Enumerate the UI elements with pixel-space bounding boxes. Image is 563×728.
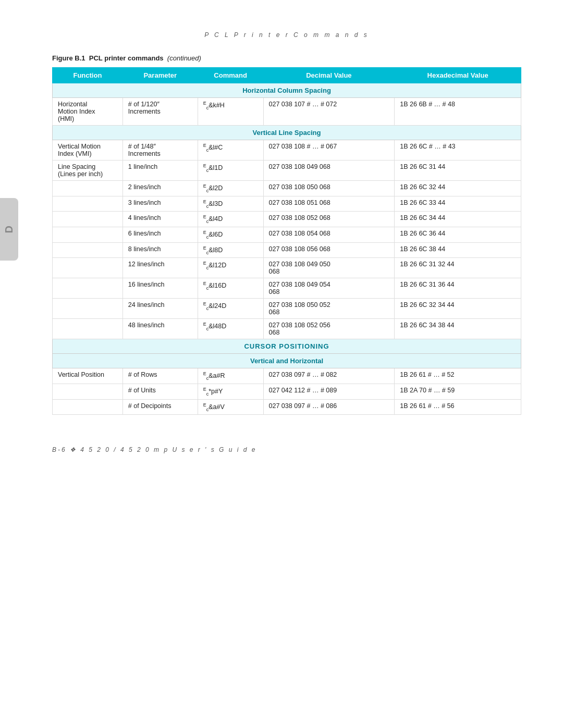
cell-parameter: # of 1/48″Increments xyxy=(123,140,198,161)
section-row-horizontal: Horizontal Column Spacing xyxy=(53,83,521,98)
cell-hex: 1B 26 6C # … # 43 xyxy=(395,140,521,161)
cell-function xyxy=(53,181,123,196)
col-header-command: Command xyxy=(198,68,263,83)
figure-title: Figure B.1 PCL printer commands (continu… xyxy=(52,54,521,62)
page-container: D P C L P r i n t e r C o m m a n d s Fi… xyxy=(0,0,563,495)
table-row: 2 lines/inch Ec&l2D 027 038 108 050 068 … xyxy=(53,181,521,196)
cell-hex: 1B 26 6C 38 44 xyxy=(395,242,521,258)
cell-command: Ec&l#C xyxy=(198,140,263,161)
cell-function xyxy=(53,212,123,227)
col-header-parameter: Parameter xyxy=(123,68,198,83)
cell-function xyxy=(53,319,123,339)
cell-hex: 1B 26 6C 31 32 44 xyxy=(395,258,521,278)
cell-parameter: 8 lines/inch xyxy=(123,242,198,258)
cell-parameter: 1 line/inch xyxy=(123,161,198,181)
cell-command: Ec*p#Y xyxy=(198,384,263,399)
col-header-hex: Hexadecimal Value xyxy=(395,68,521,83)
cell-command: Ec&k#H xyxy=(198,98,263,126)
cell-decimal: 027 038 108 050 052068 xyxy=(263,299,395,319)
cell-function: Vertical Position xyxy=(53,368,123,384)
table-row: Line Spacing(Lines per inch) 1 line/inch… xyxy=(53,161,521,181)
cell-decimal: 027 038 097 # … # 082 xyxy=(263,368,395,384)
cell-decimal: 027 038 097 # … # 086 xyxy=(263,399,395,415)
figure-label: Figure B.1 xyxy=(52,54,85,62)
cell-parameter: # of Units xyxy=(123,384,198,399)
cell-function xyxy=(53,384,123,399)
cell-decimal: 027 042 112 # … # 089 xyxy=(263,384,395,399)
cell-function: Vertical MotionIndex (VMI) xyxy=(53,140,123,161)
footer-text: B-6 ❖ 4 5 2 0 / 4 5 2 0 m p U s e r ' s … xyxy=(52,446,256,453)
table-row: Vertical MotionIndex (VMI) # of 1/48″Inc… xyxy=(53,140,521,161)
cell-parameter: 3 lines/inch xyxy=(123,196,198,212)
cell-hex: 1B 26 6C 31 36 44 xyxy=(395,278,521,299)
cell-function xyxy=(53,227,123,242)
section-row-vertical: Vertical Line Spacing xyxy=(53,126,521,140)
cell-parameter: 24 lines/inch xyxy=(123,299,198,319)
cell-hex: 1B 26 6C 32 34 44 xyxy=(395,299,521,319)
main-table: Function Parameter Command Decimal Value… xyxy=(52,67,521,415)
table-header-row: Function Parameter Command Decimal Value… xyxy=(53,68,521,83)
cell-parameter: 12 lines/inch xyxy=(123,258,198,278)
cell-function: HorizontalMotion Index(HMI) xyxy=(53,98,123,126)
table-row: 24 lines/inch Ec&l24D 027 038 108 050 05… xyxy=(53,299,521,319)
side-tab-letter: D xyxy=(3,226,15,233)
cell-command: Ec&l2D xyxy=(198,181,263,196)
cell-parameter: 4 lines/inch xyxy=(123,212,198,227)
table-row: 48 lines/inch Ec&l48D 027 038 108 052 05… xyxy=(53,319,521,339)
section-title-vertical: Vertical Line Spacing xyxy=(53,126,521,140)
table-row: 3 lines/inch Ec&l3D 027 038 108 051 068 … xyxy=(53,196,521,212)
cell-decimal: 027 038 107 # … # 072 xyxy=(263,98,395,126)
table-row: 8 lines/inch Ec&l8D 027 038 108 056 068 … xyxy=(53,242,521,258)
cell-function xyxy=(53,196,123,212)
page-header: P C L P r i n t e r C o m m a n d s xyxy=(52,31,521,39)
table-row: Vertical Position # of Rows Ec&a#R 027 0… xyxy=(53,368,521,384)
side-tab: D xyxy=(0,198,18,261)
cell-parameter: 48 lines/inch xyxy=(123,319,198,339)
cell-hex: 1B 26 6C 31 44 xyxy=(395,161,521,181)
cell-decimal: 027 038 108 052 056068 xyxy=(263,319,395,339)
figure-main-title: PCL printer commands xyxy=(89,54,164,62)
cell-function xyxy=(53,299,123,319)
section-row-cursor: CURSOR POSITIONING xyxy=(53,339,521,354)
section-title-horizontal: Horizontal Column Spacing xyxy=(53,83,521,98)
cell-decimal: 027 038 108 # … # 067 xyxy=(263,140,395,161)
table-row: # of Decipoints Ec&a#V 027 038 097 # … #… xyxy=(53,399,521,415)
cell-command: Ec&l24D xyxy=(198,299,263,319)
cell-function: Line Spacing(Lines per inch) xyxy=(53,161,123,181)
cell-hex: 1B 26 61 # … # 56 xyxy=(395,399,521,415)
cell-command: Ec&l8D xyxy=(198,242,263,258)
cell-parameter: # of 1/120″Increments xyxy=(123,98,198,126)
cell-function xyxy=(53,258,123,278)
table-row: # of Units Ec*p#Y 027 042 112 # … # 089 … xyxy=(53,384,521,399)
cell-parameter: 2 lines/inch xyxy=(123,181,198,196)
cell-hex: 1B 26 6C 33 44 xyxy=(395,196,521,212)
cell-decimal: 027 038 108 050 068 xyxy=(263,181,395,196)
cell-decimal: 027 038 108 049 050068 xyxy=(263,258,395,278)
cell-parameter: 6 lines/inch xyxy=(123,227,198,242)
cell-function xyxy=(53,399,123,415)
cell-command: Ec&l1D xyxy=(198,161,263,181)
cell-parameter: 16 lines/inch xyxy=(123,278,198,299)
table-row: 12 lines/inch Ec&l12D 027 038 108 049 05… xyxy=(53,258,521,278)
subsection-title-vertical-horizontal: Vertical and Horizontal xyxy=(53,354,521,368)
cell-hex: 1B 26 6C 32 44 xyxy=(395,181,521,196)
cell-parameter: # of Rows xyxy=(123,368,198,384)
section-title-cursor: CURSOR POSITIONING xyxy=(53,339,521,354)
cell-decimal: 027 038 108 052 068 xyxy=(263,212,395,227)
cell-hex: 1B 26 6C 34 38 44 xyxy=(395,319,521,339)
cell-function xyxy=(53,242,123,258)
cell-hex: 1B 26 61 # … # 52 xyxy=(395,368,521,384)
cell-hex: 1B 26 6B # … # 48 xyxy=(395,98,521,126)
cell-decimal: 027 038 108 056 068 xyxy=(263,242,395,258)
col-header-function: Function xyxy=(53,68,123,83)
cell-command: Ec&l16D xyxy=(198,278,263,299)
cell-parameter: # of Decipoints xyxy=(123,399,198,415)
col-header-decimal: Decimal Value xyxy=(263,68,395,83)
cell-command: Ec&l12D xyxy=(198,258,263,278)
cell-decimal: 027 038 108 051 068 xyxy=(263,196,395,212)
table-row: 6 lines/inch Ec&l6D 027 038 108 054 068 … xyxy=(53,227,521,242)
cell-command: Ec&a#V xyxy=(198,399,263,415)
cell-decimal: 027 038 108 054 068 xyxy=(263,227,395,242)
page-footer: B-6 ❖ 4 5 2 0 / 4 5 2 0 m p U s e r ' s … xyxy=(52,446,521,453)
cell-command: Ec&l6D xyxy=(198,227,263,242)
